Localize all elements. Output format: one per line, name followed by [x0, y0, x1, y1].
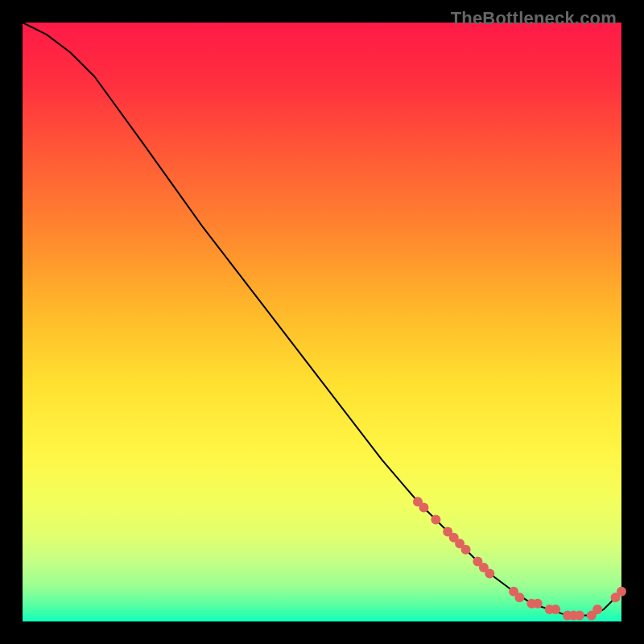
plot-area [23, 23, 621, 621]
marker-dot [431, 515, 440, 525]
marker-dot [575, 611, 584, 621]
marker-dot [515, 592, 525, 602]
marker-dot [592, 605, 602, 614]
marker-dot [533, 599, 543, 609]
marker-dot [485, 569, 494, 579]
chart-frame: TheBottleneck.com [0, 0, 644, 644]
marker-dot [419, 503, 429, 513]
marker-dot [551, 605, 560, 614]
highlight-markers [413, 497, 626, 620]
marker-dot [461, 545, 471, 555]
marker-dot [617, 587, 626, 597]
chart-svg [23, 23, 621, 621]
bottleneck-curve [23, 23, 621, 616]
watermark-text: TheBottleneck.com [451, 8, 617, 29]
